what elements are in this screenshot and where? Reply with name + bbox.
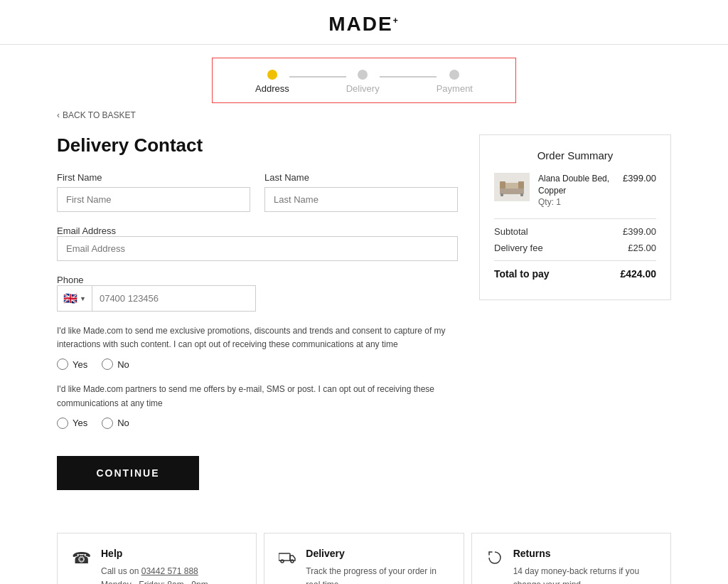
returns-title: Returns (513, 548, 656, 559)
order-summary-title: Order Summary (494, 149, 656, 161)
logo-superscript: + (393, 16, 400, 26)
svg-rect-6 (279, 553, 290, 561)
step-label-delivery: Delivery (346, 83, 380, 94)
consent-2-yes-text: Yes (73, 418, 87, 428)
step-dot-delivery (358, 70, 368, 80)
email-input[interactable] (57, 236, 458, 261)
progress-step-address: Address (255, 70, 289, 94)
svg-rect-4 (500, 193, 503, 196)
help-content: Help Call us on 03442 571 888 Monday - F… (101, 548, 242, 584)
email-label: Email Address (57, 225, 116, 236)
progress-bar-box: Address Delivery Payment (212, 58, 516, 103)
svg-point-7 (281, 560, 284, 563)
main-content: Delivery Contact First Name Last Name Em… (0, 127, 728, 511)
returns-icon (486, 549, 503, 570)
flag-select[interactable]: 🇬🇧 ▼ (58, 286, 92, 311)
order-summary-box: Order Summary Alana Double Bed, Copper Q… (479, 134, 671, 300)
consent-1-text: I'd like Made.com to send me exclusive p… (57, 324, 458, 351)
bed-icon (498, 177, 525, 197)
svg-rect-2 (500, 181, 505, 189)
consent-2-no-radio[interactable] (102, 418, 113, 429)
section-title: Delivery Contact (57, 134, 458, 156)
progress-step-payment: Payment (437, 70, 473, 94)
order-item-name: Alana Double Bed, Copper (538, 173, 614, 197)
right-column: Order Summary Alana Double Bed, Copper Q… (479, 134, 671, 490)
order-item-image (494, 173, 530, 201)
consent-2-block: I'd like Made.com partners to send me of… (57, 383, 458, 428)
truck-icon (279, 549, 296, 568)
consent-2-no-text: No (117, 418, 129, 428)
back-link-label: BACK TO BASKET (63, 110, 136, 120)
delivery-row: Delivery fee £25.00 (494, 243, 656, 253)
consent-1-no-radio[interactable] (102, 359, 113, 370)
consent-2-yes-radio[interactable] (57, 418, 68, 429)
first-name-label: First Name (57, 172, 250, 183)
svg-rect-5 (520, 193, 523, 196)
logo: MADE+ (0, 13, 728, 36)
consent-1-block: I'd like Made.com to send me exclusive p… (57, 324, 458, 370)
progress-line-2 (380, 76, 437, 78)
phone-input-row: 🇬🇧 ▼ (57, 285, 256, 312)
total-value: £424.00 (620, 268, 656, 280)
delivery-text: Track the progress of your order in real… (306, 565, 449, 584)
help-call-line: Call us on 03442 571 888 (101, 565, 242, 578)
consent-2-text: I'd like Made.com partners to send me of… (57, 383, 458, 410)
delivery-content: Delivery Track the progress of your orde… (306, 548, 449, 584)
step-dot-payment (449, 70, 459, 80)
progress-step-delivery: Delivery (346, 70, 380, 94)
subtotal-row: Subtotal £399.00 (494, 226, 656, 237)
returns-text: 14 day money-back returns if you change … (513, 565, 656, 584)
email-group: Email Address (57, 225, 458, 261)
divider-1 (494, 218, 656, 219)
help-title: Help (101, 548, 242, 559)
delivery-label: Delivery fee (494, 243, 543, 253)
logo-text: MADE (328, 13, 392, 35)
last-name-group: Last Name (264, 172, 458, 212)
step-label-address: Address (255, 83, 289, 94)
consent-2-radio-row: Yes No (57, 418, 458, 429)
svg-point-8 (291, 560, 294, 563)
consent-1-radio-row: Yes No (57, 359, 458, 370)
last-name-input[interactable] (264, 187, 458, 212)
delivery-value: £25.00 (628, 243, 656, 253)
chevron-left-icon: ‹ (57, 110, 60, 120)
continue-button[interactable]: CONTINUE (57, 456, 199, 490)
consent-2-no-label[interactable]: No (102, 418, 129, 429)
delivery-title: Delivery (306, 548, 449, 559)
svg-rect-3 (518, 181, 524, 189)
order-item-price: £399.00 (623, 173, 656, 184)
total-label: Total to pay (494, 268, 550, 280)
consent-1-no-text: No (117, 359, 129, 370)
consent-1-yes-label[interactable]: Yes (57, 359, 87, 370)
subtotal-value: £399.00 (623, 226, 656, 237)
footer-delivery-box: Delivery Track the progress of your orde… (264, 533, 464, 584)
consent-1-yes-text: Yes (73, 359, 87, 370)
step-label-payment: Payment (437, 83, 473, 94)
order-item-qty: Qty: 1 (538, 197, 614, 207)
phone-group: Phone 🇬🇧 ▼ (57, 274, 458, 312)
consent-1-yes-radio[interactable] (57, 359, 68, 370)
step-dot-address (267, 70, 277, 80)
progress-line-1 (289, 76, 346, 78)
order-item: Alana Double Bed, Copper Qty: 1 £399.00 (494, 173, 656, 207)
consent-2-yes-label[interactable]: Yes (57, 418, 87, 429)
footer-boxes: ☎ Help Call us on 03442 571 888 Monday -… (0, 511, 728, 584)
last-name-label: Last Name (264, 172, 458, 183)
header: MADE+ (0, 0, 728, 45)
returns-content: Returns 14 day money-back returns if you… (513, 548, 656, 584)
phone-icon: ☎ (72, 549, 91, 568)
flag-chevron-icon: ▼ (80, 295, 86, 302)
order-item-details: Alana Double Bed, Copper Qty: 1 (538, 173, 614, 207)
left-column: Delivery Contact First Name Last Name Em… (57, 134, 458, 490)
phone-input[interactable] (92, 287, 255, 309)
back-to-basket-link[interactable]: ‹ BACK TO BASKET (57, 110, 671, 120)
flag-icon: 🇬🇧 (63, 292, 77, 305)
divider-2 (494, 260, 656, 261)
footer-help-box: ☎ Help Call us on 03442 571 888 Monday -… (57, 533, 257, 584)
phone-number[interactable]: 03442 571 888 (141, 566, 198, 576)
subtotal-label: Subtotal (494, 226, 528, 237)
phone-label: Phone (57, 275, 84, 285)
help-hours-weekday: Monday - Friday: 8am - 9pm (101, 578, 242, 584)
consent-1-no-label[interactable]: No (102, 359, 129, 370)
first-name-input[interactable] (57, 187, 250, 212)
